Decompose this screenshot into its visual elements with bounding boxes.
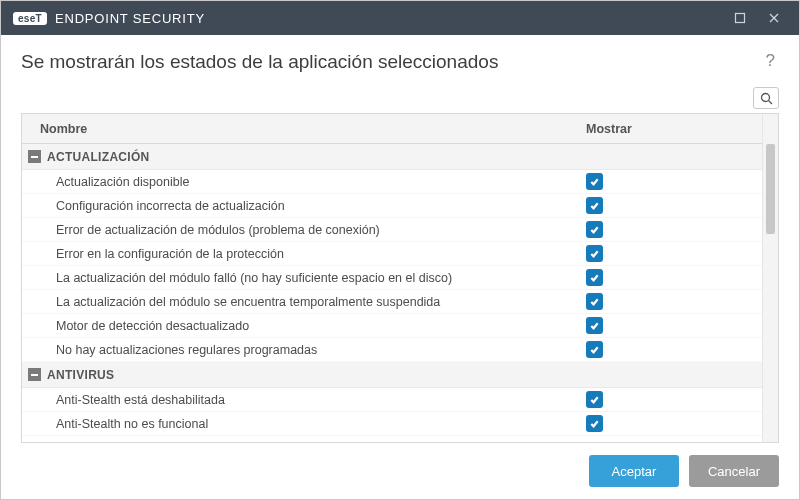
- show-checkbox[interactable]: [586, 415, 603, 432]
- content-area: Se mostrarán los estados de la aplicació…: [1, 35, 799, 443]
- scrollbar[interactable]: [762, 114, 778, 442]
- table-row[interactable]: Error de actualización de módulos (probl…: [22, 218, 762, 242]
- table-row[interactable]: La actualización del módulo se encuentra…: [22, 290, 762, 314]
- minimize-button[interactable]: [723, 1, 757, 35]
- group-label: ACTUALIZACIÓN: [47, 150, 150, 164]
- show-checkbox[interactable]: [586, 317, 603, 334]
- close-button[interactable]: [757, 1, 791, 35]
- table-row[interactable]: Actualización disponible: [22, 170, 762, 194]
- table-header: Nombre Mostrar: [22, 114, 762, 144]
- column-header-show[interactable]: Mostrar: [582, 122, 762, 136]
- brand-badge: eseT: [13, 12, 47, 25]
- group-label: ANTIVIRUS: [47, 368, 114, 382]
- table-row[interactable]: Error en la configuración de la protecci…: [22, 242, 762, 266]
- item-label: Anti-Stealth no es funcional: [22, 417, 582, 431]
- item-label: Configuración incorrecta de actualizació…: [22, 199, 582, 213]
- item-label: No hay actualizaciones regulares program…: [22, 343, 582, 357]
- table-row[interactable]: Motor de detección desactualizado: [22, 314, 762, 338]
- collapse-icon[interactable]: [28, 368, 41, 381]
- brand-product: ENDPOINT SECURITY: [55, 11, 205, 26]
- app-window: eseT ENDPOINT SECURITY Se mostrarán los …: [0, 0, 800, 500]
- ok-button[interactable]: Aceptar: [589, 455, 679, 487]
- table-row[interactable]: Configuración incorrecta de actualizació…: [22, 194, 762, 218]
- table-row[interactable]: Anti-Stealth está deshabilitada: [22, 388, 762, 412]
- footer: Aceptar Cancelar: [1, 443, 799, 499]
- table-row[interactable]: Anti-Stealth no es funcional: [22, 412, 762, 436]
- table-body: ACTUALIZACIÓNActualización disponibleCon…: [22, 144, 762, 442]
- item-label: Anti-Stealth está deshabilitada: [22, 393, 582, 407]
- show-checkbox[interactable]: [586, 221, 603, 238]
- cancel-button[interactable]: Cancelar: [689, 455, 779, 487]
- show-checkbox[interactable]: [586, 269, 603, 286]
- item-label: Actualización disponible: [22, 175, 582, 189]
- item-label: La actualización del módulo falló (no ha…: [22, 271, 582, 285]
- column-header-name[interactable]: Nombre: [22, 122, 582, 136]
- scrollbar-thumb[interactable]: [766, 144, 775, 234]
- minimize-icon: [734, 12, 746, 24]
- show-checkbox[interactable]: [586, 293, 603, 310]
- help-button[interactable]: ?: [762, 51, 779, 71]
- show-checkbox[interactable]: [586, 245, 603, 262]
- page-title: Se mostrarán los estados de la aplicació…: [21, 51, 762, 73]
- show-checkbox[interactable]: [586, 197, 603, 214]
- item-label: Error de actualización de módulos (probl…: [22, 223, 582, 237]
- status-table: Nombre Mostrar ACTUALIZACIÓNActualizació…: [21, 113, 779, 443]
- table-row[interactable]: La actualización del módulo falló (no ha…: [22, 266, 762, 290]
- search-button[interactable]: [753, 87, 779, 109]
- show-checkbox[interactable]: [586, 173, 603, 190]
- show-checkbox[interactable]: [586, 341, 603, 358]
- svg-rect-0: [736, 14, 745, 23]
- svg-point-3: [761, 93, 769, 101]
- titlebar: eseT ENDPOINT SECURITY: [1, 1, 799, 35]
- item-label: Motor de detección desactualizado: [22, 319, 582, 333]
- close-icon: [768, 12, 780, 24]
- item-label: Error en la configuración de la protecci…: [22, 247, 582, 261]
- group-row[interactable]: ACTUALIZACIÓN: [22, 144, 762, 170]
- show-checkbox[interactable]: [586, 391, 603, 408]
- svg-line-4: [768, 100, 772, 104]
- table-row[interactable]: No hay actualizaciones regulares program…: [22, 338, 762, 362]
- collapse-icon[interactable]: [28, 150, 41, 163]
- search-icon: [760, 92, 773, 105]
- group-row[interactable]: ANTIVIRUS: [22, 362, 762, 388]
- item-label: La actualización del módulo se encuentra…: [22, 295, 582, 309]
